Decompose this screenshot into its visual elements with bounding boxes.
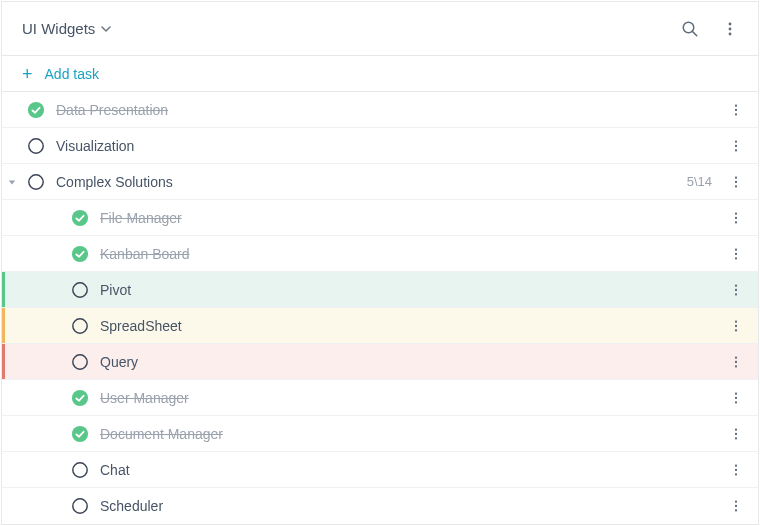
task-row[interactable]: Data Presentation [2,92,758,128]
project-selector[interactable]: UI Widgets [22,20,111,37]
task-row-parent[interactable]: Complex Solutions 5\14 [2,164,758,200]
svg-point-41 [72,425,88,441]
task-label: Complex Solutions [50,174,687,190]
project-title: UI Widgets [22,20,95,37]
task-menu-button[interactable] [720,272,752,308]
svg-point-45 [73,462,87,476]
collapse-button[interactable] [2,178,22,186]
check-circle-complete-icon [71,425,89,443]
svg-point-47 [735,468,737,470]
task-menu-button[interactable] [720,308,752,344]
task-menu-button[interactable] [720,164,752,200]
task-checkbox[interactable] [66,317,94,335]
svg-point-30 [735,320,737,322]
more-vert-icon [729,319,743,333]
svg-point-12 [735,149,737,151]
svg-point-44 [735,437,737,439]
task-menu-button[interactable] [720,128,752,164]
more-vert-icon [729,211,743,225]
add-task-button[interactable]: + Add task [2,56,758,92]
svg-point-22 [735,248,737,250]
svg-point-17 [72,209,88,225]
svg-point-42 [735,428,737,430]
add-task-label: Add task [45,66,99,82]
task-checkbox[interactable] [66,389,94,407]
svg-point-8 [735,113,737,115]
svg-point-21 [72,245,88,261]
more-vert-icon [722,21,738,37]
task-menu-button[interactable] [720,488,752,524]
task-row[interactable]: Visualization [2,128,758,164]
task-row[interactable]: Query [2,344,758,380]
svg-point-13 [29,174,43,188]
task-counter: 5\14 [687,174,720,189]
svg-point-9 [29,138,43,152]
task-checkbox[interactable] [66,461,94,479]
svg-point-28 [735,293,737,295]
task-row[interactable]: Scheduler [2,488,758,524]
task-menu-button[interactable] [720,452,752,488]
svg-point-27 [735,288,737,290]
svg-point-4 [729,32,732,35]
task-row[interactable]: Document Manager [2,416,758,452]
svg-point-35 [735,360,737,362]
task-checkbox[interactable] [66,245,94,263]
check-circle-complete-icon [71,245,89,263]
search-button[interactable] [670,9,710,49]
task-row[interactable]: Kanban Board [2,236,758,272]
task-checkbox[interactable] [66,281,94,299]
svg-point-16 [735,185,737,187]
svg-point-31 [735,324,737,326]
task-menu-button[interactable] [720,380,752,416]
task-checkbox[interactable] [66,425,94,443]
svg-line-1 [692,31,697,36]
task-menu-button[interactable] [720,236,752,272]
svg-point-26 [735,284,737,286]
task-row[interactable]: Chat [2,452,758,488]
svg-point-10 [735,140,737,142]
task-menu-button[interactable] [720,92,752,128]
task-checkbox[interactable] [22,173,50,191]
more-vert-icon [729,103,743,117]
svg-point-6 [735,104,737,106]
svg-point-19 [735,216,737,218]
svg-point-11 [735,144,737,146]
svg-point-5 [28,101,44,117]
more-vert-icon [729,499,743,513]
task-menu-button[interactable] [720,416,752,452]
task-checkbox[interactable] [22,137,50,155]
task-menu-button[interactable] [720,344,752,380]
more-vert-icon [729,355,743,369]
task-label: Chat [94,462,720,478]
svg-point-40 [735,401,737,403]
task-row[interactable]: Pivot [2,272,758,308]
task-checkbox[interactable] [66,209,94,227]
header-menu-button[interactable] [710,9,750,49]
task-label: Document Manager [94,426,720,442]
plus-icon: + [22,65,33,83]
task-row[interactable]: SpreadSheet [2,308,758,344]
more-vert-icon [729,463,743,477]
check-circle-complete-icon [27,101,45,119]
task-label: Query [94,354,720,370]
task-label: SpreadSheet [94,318,720,334]
svg-point-29 [73,318,87,332]
svg-point-51 [735,505,737,507]
svg-point-43 [735,432,737,434]
svg-point-52 [735,509,737,511]
svg-point-49 [73,499,87,513]
svg-point-3 [729,27,732,30]
task-label: Kanban Board [94,246,720,262]
priority-accent [2,344,5,379]
task-label: User Manager [94,390,720,406]
svg-point-37 [72,389,88,405]
task-checkbox[interactable] [66,353,94,371]
svg-point-18 [735,212,737,214]
more-vert-icon [729,283,743,297]
task-row[interactable]: User Manager [2,380,758,416]
task-checkbox[interactable] [22,101,50,119]
task-row[interactable]: File Manager [2,200,758,236]
svg-point-39 [735,396,737,398]
task-checkbox[interactable] [66,497,94,515]
task-menu-button[interactable] [720,200,752,236]
